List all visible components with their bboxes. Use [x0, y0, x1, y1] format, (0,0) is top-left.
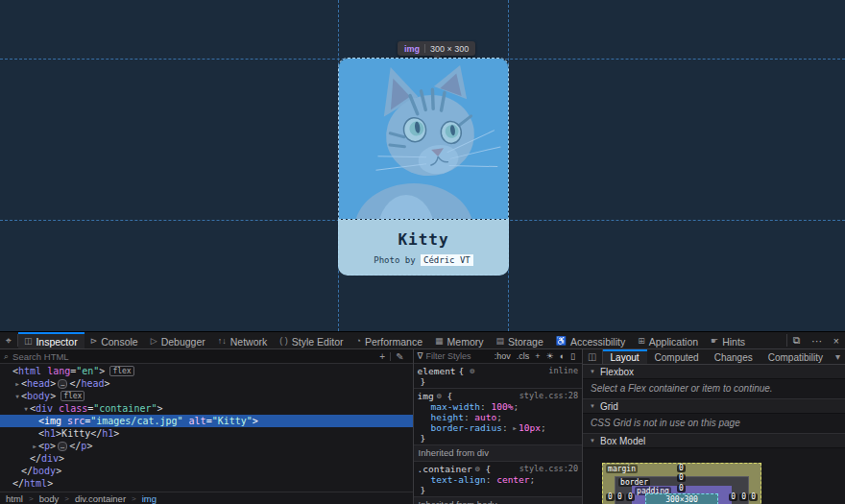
dark-scheme-icon[interactable]: ◐	[557, 351, 567, 361]
rule-source-link[interactable]: inline	[548, 366, 578, 376]
tooltip-dimensions: 300 × 300	[430, 44, 469, 54]
padding-right-value[interactable]: 0	[729, 493, 737, 501]
filter-styles-input[interactable]: Filter Styles	[426, 351, 492, 361]
eyedropper-icon[interactable]: ✎	[391, 351, 408, 362]
rule-source-link[interactable]: style.css:20	[519, 464, 578, 474]
border-top-value[interactable]: 0	[677, 474, 686, 482]
border-left-value[interactable]: 0	[616, 493, 624, 501]
tab-label: Style Editor	[292, 336, 344, 348]
padding-top-value[interactable]: 0	[677, 485, 686, 492]
close-icon[interactable]: ×	[828, 332, 845, 348]
code-token: div	[36, 403, 53, 414]
rules-toolbar-button[interactable]: :hov	[492, 351, 514, 361]
rule-source-link[interactable]: style.css:28	[519, 391, 578, 401]
css-declaration[interactable]: border-radius: ▶10px;	[418, 422, 579, 433]
margin-right-value[interactable]: 0	[749, 493, 758, 501]
tree-node[interactable]: ▶<p>…</p>	[0, 440, 413, 452]
tree-node[interactable]: <html lang="en">flex	[0, 365, 413, 377]
border-right-value[interactable]: 0	[739, 493, 748, 501]
boxmodel-section-header[interactable]: ▼ Box Model	[583, 434, 845, 448]
tab-style-editor[interactable]: ( )Style Editor	[274, 332, 350, 348]
sidebar-tab-changes[interactable]: Changes	[707, 349, 760, 364]
grid-message: CSS Grid is not in use on this page	[583, 414, 845, 434]
breadcrumb-item-img[interactable]: img	[142, 493, 157, 504]
tree-node[interactable]: ▶<head>…</head>	[0, 377, 413, 390]
tab-label: Memory	[447, 336, 484, 348]
collapsed-content-icon[interactable]: …	[58, 442, 67, 451]
tree-node[interactable]: </html>	[0, 477, 413, 490]
flex-badge[interactable]: flex	[109, 366, 133, 376]
css-rule-element: element{⚙inline}	[414, 364, 583, 389]
flex-badge[interactable]: flex	[60, 391, 84, 401]
rules-toolbar-button[interactable]: .cls	[514, 351, 533, 361]
property-value: 10px	[519, 422, 541, 433]
padding-left-value[interactable]: 0	[626, 493, 635, 501]
twisty-icon[interactable]: ▼	[22, 402, 30, 415]
search-html-input[interactable]: Search HTML	[12, 351, 374, 362]
tab-memory[interactable]: ▦Memory	[429, 332, 490, 348]
twisty-icon[interactable]: ▶	[13, 377, 21, 390]
box-model-margin[interactable]: margin border padding 300×300 0 0 0 0	[602, 463, 761, 504]
twisty-open-icon: ▼	[590, 438, 595, 444]
tab-network[interactable]: ↑↓Network	[212, 332, 275, 348]
tab-console[interactable]: ⊳Console	[84, 332, 145, 348]
tab-label: Console	[101, 336, 138, 348]
node-picker-icon[interactable]: ⌖	[0, 332, 17, 348]
sun-icon[interactable]: ☀	[543, 351, 557, 361]
rule-selector[interactable]: img	[418, 391, 434, 401]
gear-icon[interactable]: ⚙	[470, 366, 474, 376]
breadcrumb-item-div.container[interactable]: div.container	[75, 493, 126, 504]
twisty-closed-icon[interactable]: ▶	[513, 424, 517, 431]
tab-performance[interactable]: ◔Performance	[350, 332, 429, 348]
tree-node[interactable]: </div>	[0, 452, 413, 465]
grid-section-header[interactable]: ▼ Grid	[583, 399, 845, 414]
pane-toggle-icon[interactable]: ◫	[583, 349, 602, 364]
tab-label: Network	[230, 336, 268, 348]
tab-accessibility[interactable]: ♿Accessibility	[550, 332, 632, 348]
flexbox-section-header[interactable]: ▼ Flexbox	[583, 365, 845, 379]
semicolon: ;	[530, 474, 536, 485]
sidebar-tab-layout[interactable]: Layout	[603, 349, 647, 364]
tab-debugger[interactable]: ▷Debugger	[145, 332, 212, 348]
tree-node[interactable]: </body>	[0, 465, 413, 477]
meatball-menu-icon[interactable]: ⋯	[806, 332, 828, 348]
twisty-icon[interactable]: ▶	[31, 440, 38, 452]
sidebar-tab-compatibility[interactable]: Compatibility	[760, 349, 831, 364]
css-declaration[interactable]: height: auto;	[418, 412, 579, 422]
box-model-content[interactable]: 300×300	[645, 493, 718, 504]
cat-image[interactable]	[338, 58, 509, 220]
tab-hints[interactable]: ☛Hints	[705, 332, 752, 348]
tree-node[interactable]: ▼<body>flex	[0, 390, 413, 402]
tab-storage[interactable]: ▤Storage	[490, 332, 549, 348]
add-node-icon[interactable]: +	[374, 351, 390, 362]
breadcrumb-item-html[interactable]: html	[6, 493, 23, 504]
code-token: class	[53, 403, 87, 414]
tree-node[interactable]: <h1>Kitty</h1>	[0, 427, 413, 440]
gear-icon[interactable]: ⚙	[437, 391, 442, 401]
tree-node-selected[interactable]: <img src="images/cat.jpg" alt="Kitty">	[0, 415, 413, 427]
rule-selector[interactable]: .container	[418, 464, 472, 474]
search-icon: ⌕	[4, 351, 9, 362]
rule-selector[interactable]: element	[418, 366, 456, 376]
rules-toolbar-button[interactable]: +	[532, 351, 543, 361]
gear-icon[interactable]: ⚙	[475, 464, 480, 474]
css-declaration[interactable]: text-align: center;	[418, 474, 579, 485]
sidebar-tab-computed[interactable]: Computed	[647, 349, 707, 364]
semicolon: ;	[513, 401, 519, 412]
hints-icon: ☛	[711, 337, 718, 346]
breadcrumb-item-body[interactable]: body	[39, 493, 60, 504]
css-declaration[interactable]: max-width: 100%;	[418, 401, 579, 412]
responsive-design-mode-icon[interactable]: ⧉	[787, 332, 807, 348]
collapsed-content-icon[interactable]: …	[58, 379, 67, 389]
network-icon: ↑↓	[218, 337, 227, 346]
photo-credit-link[interactable]: Cédric VT	[421, 254, 473, 266]
tree-node[interactable]: ▼<div class="container">	[0, 402, 413, 415]
margin-left-value[interactable]: 0	[606, 493, 615, 501]
margin-top-value[interactable]: 0	[677, 465, 686, 472]
code-token: head	[81, 378, 104, 389]
twisty-icon[interactable]: ▼	[13, 390, 21, 402]
dropdown-icon[interactable]: ▾	[831, 349, 845, 364]
tab-inspector[interactable]: ◫Inspector	[18, 332, 84, 348]
print-icon[interactable]: ▯	[567, 351, 578, 361]
tab-application[interactable]: ⊞Application	[632, 332, 705, 348]
